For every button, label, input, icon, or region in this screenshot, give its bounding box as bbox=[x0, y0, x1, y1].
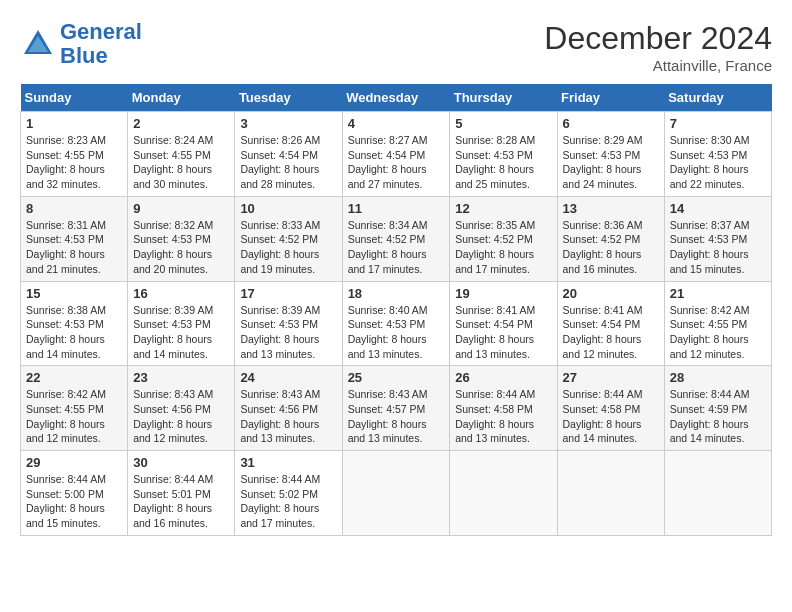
logo: GeneralBlue bbox=[20, 20, 142, 68]
day-number: 26 bbox=[455, 370, 551, 385]
day-info: Sunrise: 8:33 AMSunset: 4:52 PMDaylight:… bbox=[240, 218, 336, 277]
calendar-cell: 27Sunrise: 8:44 AMSunset: 4:58 PMDayligh… bbox=[557, 366, 664, 451]
calendar-cell: 5Sunrise: 8:28 AMSunset: 4:53 PMDaylight… bbox=[450, 112, 557, 197]
calendar-cell: 29Sunrise: 8:44 AMSunset: 5:00 PMDayligh… bbox=[21, 451, 128, 536]
calendar-cell: 22Sunrise: 8:42 AMSunset: 4:55 PMDayligh… bbox=[21, 366, 128, 451]
day-info: Sunrise: 8:40 AMSunset: 4:53 PMDaylight:… bbox=[348, 303, 445, 362]
calendar-cell: 24Sunrise: 8:43 AMSunset: 4:56 PMDayligh… bbox=[235, 366, 342, 451]
day-info: Sunrise: 8:44 AMSunset: 4:58 PMDaylight:… bbox=[455, 387, 551, 446]
day-number: 5 bbox=[455, 116, 551, 131]
day-number: 9 bbox=[133, 201, 229, 216]
day-info: Sunrise: 8:31 AMSunset: 4:53 PMDaylight:… bbox=[26, 218, 122, 277]
day-number: 31 bbox=[240, 455, 336, 470]
day-number: 15 bbox=[26, 286, 122, 301]
calendar-cell bbox=[342, 451, 450, 536]
day-info: Sunrise: 8:34 AMSunset: 4:52 PMDaylight:… bbox=[348, 218, 445, 277]
day-info: Sunrise: 8:26 AMSunset: 4:54 PMDaylight:… bbox=[240, 133, 336, 192]
day-info: Sunrise: 8:23 AMSunset: 4:55 PMDaylight:… bbox=[26, 133, 122, 192]
calendar-cell: 14Sunrise: 8:37 AMSunset: 4:53 PMDayligh… bbox=[664, 196, 771, 281]
month-year: December 2024 bbox=[544, 20, 772, 57]
calendar-cell: 19Sunrise: 8:41 AMSunset: 4:54 PMDayligh… bbox=[450, 281, 557, 366]
calendar-week-2: 8Sunrise: 8:31 AMSunset: 4:53 PMDaylight… bbox=[21, 196, 772, 281]
day-number: 1 bbox=[26, 116, 122, 131]
weekday-header-thursday: Thursday bbox=[450, 84, 557, 112]
day-number: 25 bbox=[348, 370, 445, 385]
day-number: 18 bbox=[348, 286, 445, 301]
day-info: Sunrise: 8:42 AMSunset: 4:55 PMDaylight:… bbox=[26, 387, 122, 446]
calendar-cell: 30Sunrise: 8:44 AMSunset: 5:01 PMDayligh… bbox=[128, 451, 235, 536]
day-info: Sunrise: 8:41 AMSunset: 4:54 PMDaylight:… bbox=[563, 303, 659, 362]
calendar-cell: 23Sunrise: 8:43 AMSunset: 4:56 PMDayligh… bbox=[128, 366, 235, 451]
day-info: Sunrise: 8:43 AMSunset: 4:56 PMDaylight:… bbox=[240, 387, 336, 446]
day-info: Sunrise: 8:27 AMSunset: 4:54 PMDaylight:… bbox=[348, 133, 445, 192]
day-info: Sunrise: 8:38 AMSunset: 4:53 PMDaylight:… bbox=[26, 303, 122, 362]
day-info: Sunrise: 8:43 AMSunset: 4:57 PMDaylight:… bbox=[348, 387, 445, 446]
page-header: GeneralBlue December 2024 Attainville, F… bbox=[20, 20, 772, 74]
logo-text: GeneralBlue bbox=[60, 20, 142, 68]
calendar-cell: 16Sunrise: 8:39 AMSunset: 4:53 PMDayligh… bbox=[128, 281, 235, 366]
day-info: Sunrise: 8:32 AMSunset: 4:53 PMDaylight:… bbox=[133, 218, 229, 277]
day-info: Sunrise: 8:44 AMSunset: 5:02 PMDaylight:… bbox=[240, 472, 336, 531]
weekday-header-tuesday: Tuesday bbox=[235, 84, 342, 112]
day-number: 20 bbox=[563, 286, 659, 301]
day-number: 22 bbox=[26, 370, 122, 385]
day-info: Sunrise: 8:39 AMSunset: 4:53 PMDaylight:… bbox=[133, 303, 229, 362]
day-number: 19 bbox=[455, 286, 551, 301]
day-number: 3 bbox=[240, 116, 336, 131]
calendar-week-3: 15Sunrise: 8:38 AMSunset: 4:53 PMDayligh… bbox=[21, 281, 772, 366]
day-info: Sunrise: 8:44 AMSunset: 4:58 PMDaylight:… bbox=[563, 387, 659, 446]
calendar-cell: 6Sunrise: 8:29 AMSunset: 4:53 PMDaylight… bbox=[557, 112, 664, 197]
calendar-cell: 10Sunrise: 8:33 AMSunset: 4:52 PMDayligh… bbox=[235, 196, 342, 281]
title-block: December 2024 Attainville, France bbox=[544, 20, 772, 74]
calendar-cell: 4Sunrise: 8:27 AMSunset: 4:54 PMDaylight… bbox=[342, 112, 450, 197]
calendar-cell bbox=[557, 451, 664, 536]
day-info: Sunrise: 8:24 AMSunset: 4:55 PMDaylight:… bbox=[133, 133, 229, 192]
calendar-cell: 9Sunrise: 8:32 AMSunset: 4:53 PMDaylight… bbox=[128, 196, 235, 281]
calendar-week-4: 22Sunrise: 8:42 AMSunset: 4:55 PMDayligh… bbox=[21, 366, 772, 451]
day-number: 6 bbox=[563, 116, 659, 131]
calendar-cell: 28Sunrise: 8:44 AMSunset: 4:59 PMDayligh… bbox=[664, 366, 771, 451]
calendar-cell: 8Sunrise: 8:31 AMSunset: 4:53 PMDaylight… bbox=[21, 196, 128, 281]
weekday-header-saturday: Saturday bbox=[664, 84, 771, 112]
day-number: 14 bbox=[670, 201, 766, 216]
day-info: Sunrise: 8:43 AMSunset: 4:56 PMDaylight:… bbox=[133, 387, 229, 446]
calendar-cell: 2Sunrise: 8:24 AMSunset: 4:55 PMDaylight… bbox=[128, 112, 235, 197]
calendar-cell: 18Sunrise: 8:40 AMSunset: 4:53 PMDayligh… bbox=[342, 281, 450, 366]
day-number: 23 bbox=[133, 370, 229, 385]
day-info: Sunrise: 8:28 AMSunset: 4:53 PMDaylight:… bbox=[455, 133, 551, 192]
day-info: Sunrise: 8:44 AMSunset: 5:01 PMDaylight:… bbox=[133, 472, 229, 531]
calendar-cell bbox=[450, 451, 557, 536]
day-info: Sunrise: 8:30 AMSunset: 4:53 PMDaylight:… bbox=[670, 133, 766, 192]
calendar-week-1: 1Sunrise: 8:23 AMSunset: 4:55 PMDaylight… bbox=[21, 112, 772, 197]
day-info: Sunrise: 8:36 AMSunset: 4:52 PMDaylight:… bbox=[563, 218, 659, 277]
weekday-header-friday: Friday bbox=[557, 84, 664, 112]
day-number: 24 bbox=[240, 370, 336, 385]
day-number: 7 bbox=[670, 116, 766, 131]
calendar-cell: 3Sunrise: 8:26 AMSunset: 4:54 PMDaylight… bbox=[235, 112, 342, 197]
calendar-cell bbox=[664, 451, 771, 536]
day-number: 11 bbox=[348, 201, 445, 216]
day-number: 16 bbox=[133, 286, 229, 301]
day-number: 28 bbox=[670, 370, 766, 385]
day-info: Sunrise: 8:41 AMSunset: 4:54 PMDaylight:… bbox=[455, 303, 551, 362]
calendar-cell: 26Sunrise: 8:44 AMSunset: 4:58 PMDayligh… bbox=[450, 366, 557, 451]
calendar-cell: 20Sunrise: 8:41 AMSunset: 4:54 PMDayligh… bbox=[557, 281, 664, 366]
calendar-cell: 11Sunrise: 8:34 AMSunset: 4:52 PMDayligh… bbox=[342, 196, 450, 281]
weekday-header-wednesday: Wednesday bbox=[342, 84, 450, 112]
location: Attainville, France bbox=[544, 57, 772, 74]
day-info: Sunrise: 8:29 AMSunset: 4:53 PMDaylight:… bbox=[563, 133, 659, 192]
day-info: Sunrise: 8:39 AMSunset: 4:53 PMDaylight:… bbox=[240, 303, 336, 362]
calendar-cell: 13Sunrise: 8:36 AMSunset: 4:52 PMDayligh… bbox=[557, 196, 664, 281]
day-info: Sunrise: 8:44 AMSunset: 5:00 PMDaylight:… bbox=[26, 472, 122, 531]
calendar-cell: 1Sunrise: 8:23 AMSunset: 4:55 PMDaylight… bbox=[21, 112, 128, 197]
calendar-table: SundayMondayTuesdayWednesdayThursdayFrid… bbox=[20, 84, 772, 536]
calendar-cell: 7Sunrise: 8:30 AMSunset: 4:53 PMDaylight… bbox=[664, 112, 771, 197]
day-number: 8 bbox=[26, 201, 122, 216]
day-number: 12 bbox=[455, 201, 551, 216]
calendar-cell: 12Sunrise: 8:35 AMSunset: 4:52 PMDayligh… bbox=[450, 196, 557, 281]
day-info: Sunrise: 8:42 AMSunset: 4:55 PMDaylight:… bbox=[670, 303, 766, 362]
calendar-cell: 25Sunrise: 8:43 AMSunset: 4:57 PMDayligh… bbox=[342, 366, 450, 451]
calendar-cell: 17Sunrise: 8:39 AMSunset: 4:53 PMDayligh… bbox=[235, 281, 342, 366]
calendar-cell: 15Sunrise: 8:38 AMSunset: 4:53 PMDayligh… bbox=[21, 281, 128, 366]
day-number: 17 bbox=[240, 286, 336, 301]
